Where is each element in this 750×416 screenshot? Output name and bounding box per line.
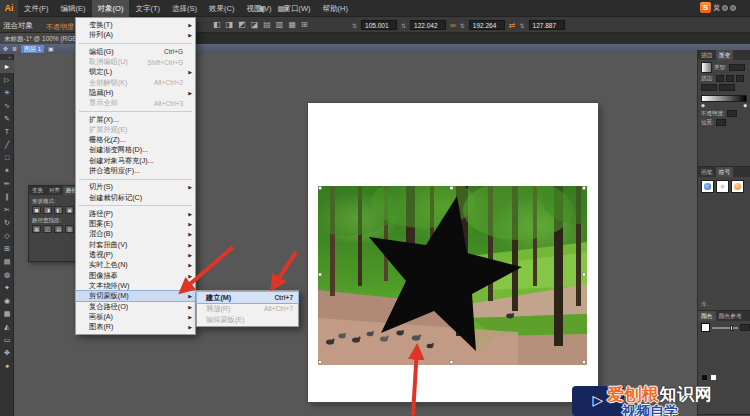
object-menu-item[interactable]: 隐藏(H)▶ <box>76 88 195 98</box>
submenu-item[interactable]: 建立(M)Ctrl+7 <box>197 292 298 303</box>
pen-tool[interactable]: ✎ <box>0 112 14 125</box>
color-panel-tab[interactable]: 颜色参考 <box>716 311 745 321</box>
white-swatch[interactable] <box>710 374 717 381</box>
object-menu-item[interactable]: 画板(A)▶ <box>76 312 195 322</box>
gradient-thumbnail[interactable] <box>701 62 712 73</box>
object-menu-item[interactable]: 排列(A)▶ <box>76 30 195 40</box>
field-stepper-icon[interactable]: ⇅ <box>401 22 406 29</box>
controlbar-icon[interactable]: ▥ <box>276 20 284 30</box>
object-menu-item[interactable]: 图案(E)▶ <box>76 219 195 229</box>
direct-selection-tool[interactable]: ▷ <box>0 73 14 86</box>
object-menu-item[interactable]: 扩展外观(E) <box>76 125 195 135</box>
stroke-option-3[interactable] <box>736 75 744 82</box>
menubar-item[interactable]: 文字(T) <box>129 0 166 17</box>
symbols-footer-label[interactable]: 库.. <box>701 301 710 308</box>
pathfinder-tab[interactable]: 对齐 <box>46 186 63 195</box>
gradient-panel-tab[interactable]: 渐变 <box>716 50 734 60</box>
magic-wand-tool[interactable]: ✳ <box>0 86 14 99</box>
badge-dot-icon-1[interactable] <box>722 5 728 11</box>
submenu-item[interactable]: 释放(R)Alt+Ctrl+7 <box>197 303 298 314</box>
gradient-angle-field[interactable] <box>701 84 717 91</box>
shape-mode-button[interactable]: ◼ <box>32 206 41 214</box>
object-menu-item[interactable]: 透视(P)▶ <box>76 250 195 260</box>
object-menu-item[interactable]: 切片(S)▶ <box>76 182 195 192</box>
pathfinder-tab[interactable]: 变换 <box>29 186 46 195</box>
black-swatch[interactable] <box>701 374 708 381</box>
blue-symbol[interactable] <box>701 180 714 193</box>
hand-tool[interactable]: ✥ <box>0 346 14 359</box>
color-slider[interactable] <box>712 327 738 329</box>
shape-mode-button[interactable]: ◨ <box>43 206 52 214</box>
object-menu-item[interactable]: 全部解锁(K)Alt+Ctrl+2 <box>76 77 195 87</box>
object-menu-item[interactable]: 锁定(L)▶ <box>76 67 195 77</box>
star-tool[interactable]: ✶ <box>0 164 14 177</box>
field-stepper-icon[interactable]: ⇅ <box>352 22 357 29</box>
mesh-tool[interactable]: ▤ <box>0 255 14 268</box>
active-layer-chip[interactable]: 图层 1 <box>21 45 44 53</box>
placed-park-photo[interactable] <box>318 186 587 365</box>
object-menu-item[interactable]: 显示全部Alt+Ctrl+3 <box>76 98 195 108</box>
paintbrush-tool[interactable]: ✏ <box>0 177 14 190</box>
gradient-location-field[interactable] <box>716 119 726 126</box>
object-menu-item[interactable]: 扩展(X)... <box>76 114 195 124</box>
badge-dot-icon-2[interactable] <box>730 5 736 11</box>
blend-tool[interactable]: ◉ <box>0 294 14 307</box>
object-menu-item[interactable]: 复合路径(O)▶ <box>76 301 195 311</box>
menubar-item[interactable]: 效果(C) <box>203 0 240 17</box>
color-slider-knob[interactable] <box>730 325 733 331</box>
object-menu-item[interactable]: 剪切蒙版(M)▶ <box>76 291 195 301</box>
rotate-tool[interactable]: ↻ <box>0 216 14 229</box>
pathfinder-button[interactable]: ▦ <box>32 225 41 233</box>
symbol-sprayer-tool[interactable]: ▦ <box>0 307 14 320</box>
zoom-tool[interactable]: ● <box>0 359 14 372</box>
menubar-item[interactable]: 编辑(E) <box>55 0 92 17</box>
field-stepper-icon[interactable]: ⇅ <box>460 22 465 29</box>
object-menu-item[interactable]: 图表(R)▶ <box>76 322 195 332</box>
symbols-panel-tab[interactable]: 符号 <box>716 167 734 177</box>
color-value-field[interactable] <box>740 324 750 331</box>
transform-value-field[interactable]: 127.887 <box>529 20 565 30</box>
submenu-item[interactable]: 编辑蒙版(E) <box>197 314 298 325</box>
object-menu-item[interactable]: 路径(P)▶ <box>76 209 195 219</box>
transform-value-field[interactable]: 122.042 <box>410 20 446 30</box>
controlbar-icon[interactable]: ▦ <box>288 20 296 30</box>
swap-icon[interactable]: ⇄ <box>509 21 516 30</box>
object-menu-item[interactable]: 变换(T)▶ <box>76 20 195 30</box>
menubar-item[interactable]: 帮助(H) <box>317 0 354 17</box>
object-menu-item[interactable]: 编组(G)Ctrl+G <box>76 47 195 57</box>
object-menu-item[interactable]: 创建对象马赛克(J)... <box>76 156 195 166</box>
scale-tool[interactable]: ◇ <box>0 229 14 242</box>
window-control-icon[interactable]: ▣ <box>258 0 266 17</box>
stroke-option-2[interactable] <box>726 75 734 82</box>
transform-value-field[interactable]: 192.264 <box>469 20 505 30</box>
transform-value-field[interactable]: 105.001 <box>361 20 397 30</box>
menubar-item[interactable]: 对象(O) <box>92 0 130 17</box>
field-stepper-icon[interactable]: ⇅ <box>520 22 525 29</box>
object-menu-item[interactable]: 取消编组(U)Shift+Ctrl+G <box>76 57 195 67</box>
color-fill-swatch[interactable] <box>701 323 710 332</box>
object-menu-item[interactable]: 文本绕排(W)▶ <box>76 281 195 291</box>
menubar-item[interactable]: 选择(S) <box>166 0 203 17</box>
pathfinder-button[interactable]: ▥ <box>65 225 74 233</box>
object-menu-item[interactable]: 实时上色(N)▶ <box>76 260 195 270</box>
object-menu-item[interactable]: 封套扭曲(V)▶ <box>76 240 195 250</box>
line-segment-tool[interactable]: ╱ <box>0 138 14 151</box>
gradient-ratio-field[interactable] <box>719 84 735 91</box>
eyedropper-tool[interactable]: ✦ <box>0 281 14 294</box>
gradient-opacity-field[interactable] <box>727 110 737 117</box>
controlbar-icon[interactable]: ⊞ <box>301 20 308 30</box>
shape-mode-button[interactable]: ▣ <box>65 206 74 214</box>
window-control-icon[interactable]: ▦▾ <box>278 0 290 17</box>
controlbar-icon[interactable]: ◪ <box>251 20 259 30</box>
move-icon[interactable]: ✥ <box>3 44 8 54</box>
controlbar-icon[interactable]: ▤ <box>263 20 271 30</box>
shape-mode-button[interactable]: ◧ <box>54 206 63 214</box>
object-menu-item[interactable]: 拼合透明度(F)... <box>76 166 195 176</box>
controlbar-icon[interactable]: ◨ <box>226 20 234 30</box>
gradient-tool[interactable]: ◍ <box>0 268 14 281</box>
object-menu-item[interactable]: 创建渐变网格(D)... <box>76 145 195 155</box>
black-splatter-symbol[interactable]: ✦ <box>716 180 729 193</box>
lasso-tool[interactable]: ∿ <box>0 99 14 112</box>
pathfinder-button[interactable]: ◫ <box>43 225 52 233</box>
opacity-link[interactable]: 不透明度 <box>46 22 74 32</box>
